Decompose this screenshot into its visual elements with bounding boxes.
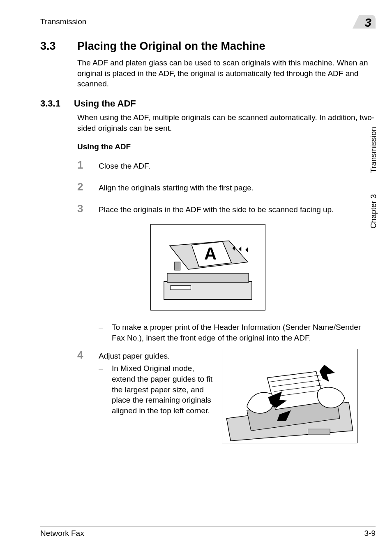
step-1: 1 Close the ADF. [77,159,376,171]
step-4-note: – In Mixed Original mode, extend the pap… [99,363,213,416]
step-number: 3 [77,202,99,215]
note-text: In Mixed Original mode, extend the paper… [112,363,213,416]
section-heading: 3.3 Placing the Original on the Machine [40,40,376,53]
step-text: Place the originals in the ADF with the … [99,204,376,215]
hands-adjust-guides-icon [222,349,357,443]
footer-right: 3-9 [364,529,376,538]
figure-adf-load: A [150,224,265,310]
footer-left: Network Fax [40,529,84,538]
step-number: 4 [77,349,99,361]
step-text: Adjust paper guides. [99,351,213,361]
page-footer: Network Fax 3-9 [40,526,376,538]
section-number: 3.3 [40,40,65,53]
subsection-number: 3.3.1 [40,98,65,109]
step-4-row: 4 Adjust paper guides. – In Mixed Origin… [77,349,376,443]
step-4: 4 Adjust paper guides. [77,349,213,361]
printer-illustration-icon: A [151,225,265,310]
step-3-note: – To make a proper print of the Header I… [99,322,376,343]
step-text: Close the ADF. [99,161,376,171]
step-number: 2 [77,181,99,193]
subsection-heading: 3.3.1 Using the ADF [40,98,376,109]
section-intro: The ADF and platen glass can be used to … [77,58,376,89]
chapter-tab: 3 [350,15,376,29]
step-2: 2 Align the originals starting with the … [77,181,376,193]
bullet-dash-icon: – [99,322,104,343]
step-3: 3 Place the originals in the ADF with th… [77,202,376,215]
bullet-dash-icon: – [99,363,104,416]
svg-rect-1 [167,273,249,283]
figure-letter: A [204,244,217,263]
figure-box: A [150,224,265,310]
running-head: Transmission [40,17,86,29]
svg-marker-16 [319,365,335,382]
svg-rect-0 [164,282,252,300]
subsection-intro: When using the ADF, multiple originals c… [77,112,376,133]
svg-rect-8 [175,262,180,270]
note-text: To make a proper print of the Header Inf… [112,322,376,343]
section-title: Placing the Original on the Machine [77,40,265,53]
svg-rect-19 [308,429,330,435]
subsection-title: Using the ADF [74,98,136,109]
figure-adjust-guides [222,349,357,443]
side-chapter-label: Chapter 3 [367,191,380,232]
step-4-left-column: 4 Adjust paper guides. – In Mixed Origin… [77,349,213,416]
svg-marker-6 [245,248,248,253]
side-section-label: Transmission [367,123,380,176]
side-thumb-tab: Chapter 3 Transmission [367,123,380,232]
svg-marker-5 [239,247,241,252]
tab-background [350,15,376,29]
svg-rect-7 [171,286,191,290]
procedure-title: Using the ADF [77,142,376,151]
step-text: Align the originals starting with the fi… [99,183,376,193]
page-header: Transmission 3 [40,15,376,29]
page: Transmission 3 3.3 Placing the Original … [0,0,392,556]
chapter-number-badge: 3 [364,16,371,30]
step-number: 1 [77,159,99,171]
